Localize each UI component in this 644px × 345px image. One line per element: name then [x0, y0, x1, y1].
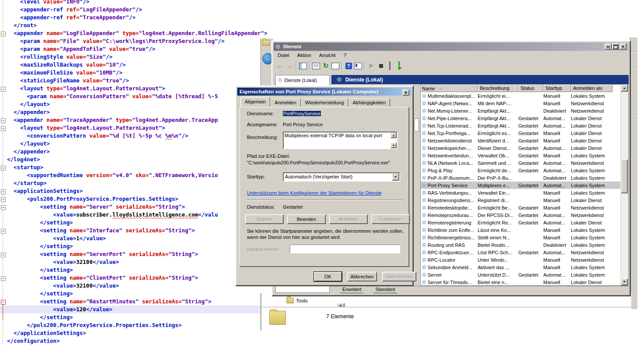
code-line[interactable]: <appender name="TraceAppender" type="log…: [7, 116, 267, 124]
menu-item-ansicht[interactable]: Ansicht: [315, 52, 340, 59]
table-row[interactable]: ⚙Sekundäre Anmeld...Aktiviert das ...Man…: [421, 263, 628, 271]
code-line[interactable]: <value>32100</value>: [7, 282, 267, 290]
table-row[interactable]: ⚙RPC-Endpunktzuor...Löst RPC-Sch...Gesta…: [421, 249, 628, 256]
ok-button[interactable]: OK: [314, 272, 342, 281]
table-row[interactable]: ⚙Netzwerkspeicher-...Dieser Dienst...Ges…: [421, 144, 628, 152]
code-line[interactable]: </configuration>: [7, 337, 267, 345]
code-line[interactable]: <layout type="log4net.Layout.PatternLayo…: [7, 124, 267, 132]
table-row[interactable]: ⚙Remotedesktopdie...Ermöglicht Be...Gest…: [421, 204, 628, 211]
editor-code[interactable]: <level value="INFO"/> <appender-ref ref=…: [7, 0, 267, 345]
menu-item-help[interactable]: ?: [340, 52, 350, 59]
code-line[interactable]: <value>1</value>: [7, 235, 267, 242]
table-row[interactable]: ⚙Netzwerkverbindun...Verwaltet Ob...Gest…: [421, 152, 628, 159]
beenden-button[interactable]: Beenden: [287, 214, 326, 224]
code-line[interactable]: </setting>: [7, 313, 267, 321]
column-header-beschreibung[interactable]: Beschreibung: [478, 85, 518, 92]
toolbar-refresh-icon[interactable]: ↻: [321, 61, 331, 71]
dialog-close-icon[interactable]: ×: [402, 89, 409, 96]
fold-toggle-icon[interactable]: [1, 300, 6, 305]
code-line[interactable]: </log4net>: [7, 156, 267, 164]
toolbar-help-icon[interactable]: ?: [344, 61, 353, 71]
code-line[interactable]: </startup>: [7, 179, 267, 187]
column-header-name[interactable]: Name▲: [421, 85, 478, 92]
code-line[interactable]: <param name="File" value="C:\work\logs\P…: [7, 37, 267, 45]
code-line[interactable]: <value>120</value>: [7, 306, 267, 313]
tree-node-dienste-lokal[interactable]: ⚙ Dienste (Lokal): [276, 75, 329, 85]
code-line[interactable]: <appender-ref ref="LogFileAppender"/>: [7, 6, 267, 14]
toolbar-properties-icon[interactable]: [311, 61, 321, 71]
code-line[interactable]: <appender-ref ref="TraceAppender"/>: [7, 14, 267, 21]
table-row[interactable]: ⚙Richtlinie zum Entfe...Lässt eine Ko...…: [421, 226, 628, 234]
maximize-button[interactable]: [612, 43, 619, 50]
code-line[interactable]: <maxSizeRollBackups value="10"/>: [7, 61, 267, 69]
fold-toggle-icon[interactable]: [1, 205, 6, 210]
chevron-down-icon[interactable]: ▼: [392, 173, 399, 181]
code-line[interactable]: </applicationSettings>: [7, 329, 267, 337]
desc-scroll-down-icon[interactable]: ▼: [391, 142, 397, 148]
table-row[interactable]: ⚙RAS-Verbindungsv...Verwaltet Ein...Manu…: [421, 189, 628, 196]
code-line[interactable]: <setting name="Server" serializeAs="Stri…: [7, 203, 267, 211]
code-line[interactable]: </appender>: [7, 148, 267, 156]
toolbar-back-icon[interactable]: ←: [275, 61, 285, 71]
code-line[interactable]: <setting name="Interface" serializeAs="S…: [7, 227, 267, 235]
startoptions-link[interactable]: Unterstützung beim Konfigurieren der Sta…: [247, 190, 382, 196]
view-tab-erweitert[interactable]: Erweitert: [336, 286, 368, 293]
scroll-up-icon[interactable]: ▲: [621, 85, 628, 92]
code-line[interactable]: <appender name="LogFileAppender" type="l…: [7, 29, 267, 37]
table-row[interactable]: ⚙RemoteregistrierungErmöglicht Re...Gest…: [421, 219, 628, 226]
column-header-starttyp[interactable]: Starttyp: [543, 85, 571, 92]
close-button[interactable]: ×: [619, 43, 626, 50]
code-line[interactable]: </puls200.PortProxyService.Properties.Se…: [7, 321, 267, 329]
view-tab-standard[interactable]: Standard: [369, 286, 401, 293]
toolbar-show-tree-icon[interactable]: [298, 61, 308, 71]
dienstname-value[interactable]: PortProxyService: [283, 111, 321, 116]
code-line[interactable]: </appender>: [7, 108, 267, 116]
fold-toggle-icon[interactable]: [1, 32, 6, 36]
toolbar-stop-service-icon[interactable]: [376, 61, 386, 71]
code-line[interactable]: <staticLogFileName value="true"/>: [7, 77, 267, 85]
code-line[interactable]: <setting name="ServerPort" serializeAs="…: [7, 250, 267, 258]
toolbar-pause-service-icon[interactable]: [386, 61, 395, 71]
table-row[interactable]: ⚙Port Proxy ServiceMultiplexes e...Gesta…: [421, 181, 628, 189]
table-row[interactable]: ⚙NetzwerklistendienstIdentifiziert d...G…: [421, 137, 628, 144]
fold-toggle-icon[interactable]: [1, 229, 6, 234]
code-line[interactable]: </setting>: [7, 219, 267, 227]
dialog-tab-anmelden[interactable]: Anmelden: [270, 98, 301, 107]
table-row[interactable]: ⚙Net.Tcp-Listenerad...Empfängt Akt...Ges…: [421, 122, 628, 129]
starttyp-combobox[interactable]: Automatisch (Verzögerter Start) ▼: [283, 172, 400, 181]
code-line[interactable]: <layout type="log4net.Layout.PatternLayo…: [7, 85, 267, 92]
startparameter-input[interactable]: [290, 245, 400, 253]
code-line[interactable]: <setting name="RestartMinutes" serialize…: [7, 298, 267, 306]
fold-toggle-icon[interactable]: [1, 253, 6, 257]
table-row[interactable]: ⚙NLA (Network Loca...Sammelt und ...Gest…: [421, 159, 628, 167]
menu-item-datei[interactable]: Datei: [274, 52, 293, 59]
menu-item-aktion[interactable]: Aktion: [293, 52, 315, 59]
table-row[interactable]: ⚙Remoteprozedurau...Der RPCSS-Di...Gesta…: [421, 211, 628, 219]
table-row[interactable]: ⚙Net.Pipe-Listenera...Empfängt Akt...Ges…: [421, 114, 628, 122]
dialog-tab-allgemein[interactable]: Allgemein: [240, 97, 270, 107]
fold-toggle-icon[interactable]: [1, 126, 6, 131]
code-line[interactable]: <setting name="ClientPort" serializeAs="…: [7, 274, 267, 282]
table-row[interactable]: ⚙PnP-X-IP-Busenum...Der PnP-X-Bu...Deakt…: [421, 174, 628, 181]
toolbar-export-list-icon[interactable]: [331, 61, 340, 71]
table-row[interactable]: ⚙Net.Tcp-Portfreiga...Ermöglicht es...Ge…: [421, 129, 628, 137]
code-line[interactable]: </layout>: [7, 100, 267, 108]
code-line[interactable]: <maximumFileSize value="10MB"/>: [7, 69, 267, 77]
scrollbar-thumb[interactable]: [621, 159, 628, 193]
abbrechen-button[interactable]: Abbrechen: [347, 272, 377, 281]
table-row[interactable]: ⚙Registrierungsdiens...Registriert di...…: [421, 196, 628, 204]
toolbar-restart-service-icon[interactable]: [395, 61, 405, 71]
code-line[interactable]: <rollingStyle value="Size"/>: [7, 53, 267, 61]
code-line[interactable]: <param name="AppendToFile" value="true"/…: [7, 45, 267, 53]
code-line[interactable]: </setting>: [7, 242, 267, 250]
fold-toggle-icon[interactable]: [1, 166, 6, 171]
scroll-down-icon[interactable]: ▼: [621, 278, 628, 285]
desc-scroll-up-icon[interactable]: ▲: [391, 132, 397, 138]
fold-toggle-icon[interactable]: [1, 276, 6, 281]
code-line[interactable]: <supportedRuntime version="v4.0" sku=".N…: [7, 171, 267, 179]
dialog-titlebar[interactable]: Eigenschaften von Port Proxy Service (Lo…: [237, 88, 412, 96]
table-row[interactable]: ⚙Plug & PlayErmöglicht de...GestartetAut…: [421, 167, 628, 174]
code-line[interactable]: <startup>: [7, 164, 267, 171]
table-row[interactable]: ⚙Net.Msmq-Listener...Empfängt Akt...Deak…: [421, 107, 628, 114]
minimize-button[interactable]: [605, 43, 612, 50]
